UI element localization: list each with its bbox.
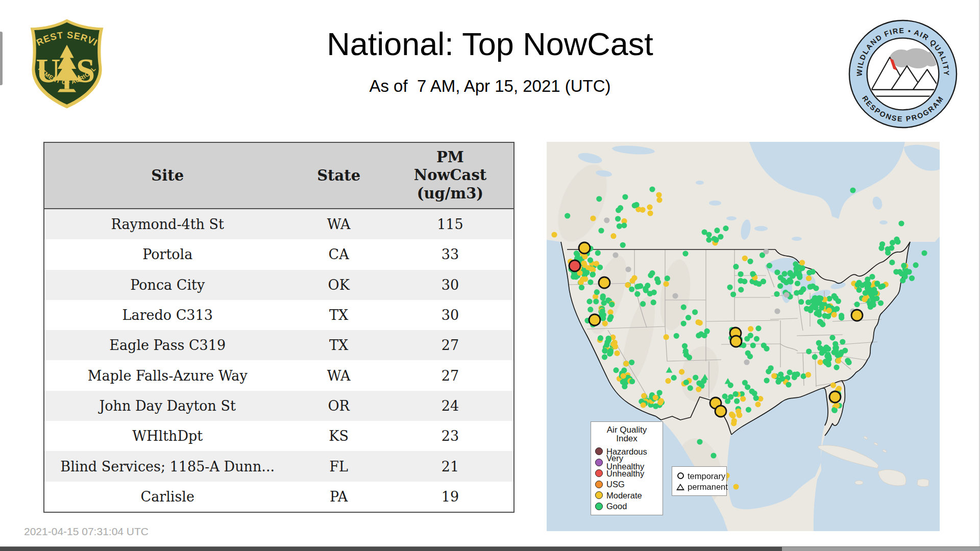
monitor-dot [688, 385, 693, 391]
monitor-dot [874, 281, 880, 286]
monitor-dot [614, 350, 620, 356]
monitor-dot [774, 291, 779, 297]
cell-value: 24 [387, 398, 513, 414]
horizontal-scrollbar[interactable] [0, 546, 980, 551]
monitor-dot [767, 263, 772, 268]
cell-state: TX [290, 307, 386, 323]
monitor-dot [682, 251, 688, 256]
monitor-dot [885, 250, 891, 256]
monitor-dot [608, 350, 614, 356]
horizontal-scrollbar-thumb[interactable] [0, 547, 782, 551]
monitor-dot [657, 390, 663, 395]
cell-state: CA [290, 246, 386, 262]
monitor-dot [615, 216, 621, 221]
monitor-dot [612, 344, 618, 349]
monitor-dot [681, 305, 687, 310]
monitor-dot [834, 365, 839, 370]
monitor-dot [753, 395, 759, 401]
cell-value: 21 [387, 459, 513, 474]
monitor-dot [648, 272, 653, 278]
monitor-dot [738, 287, 744, 292]
monitor-dot [581, 260, 586, 266]
monitor-dot [625, 266, 631, 272]
cell-value: 30 [387, 307, 513, 323]
monitor-dot [697, 439, 702, 444]
monitor-dot [834, 306, 840, 312]
monitor-dot [831, 293, 837, 299]
marker-legend-label: temporary [688, 472, 725, 481]
monitor-dot [685, 315, 691, 320]
monitor-dot [634, 291, 640, 297]
cell-site: Eagle Pass C319 [44, 337, 290, 353]
monitor-dot [596, 196, 602, 202]
monitor-dot [602, 354, 607, 360]
monitor-dot [731, 418, 737, 423]
monitor-dot [733, 484, 739, 489]
monitor-dot [823, 359, 828, 364]
monitor-dot [818, 360, 823, 365]
monitor-dot [797, 274, 802, 280]
monitor-dot [582, 254, 587, 259]
monitor-dot [643, 288, 649, 293]
monitor-dot [901, 263, 906, 268]
monitor-dot [612, 252, 618, 258]
monitor-dot [754, 336, 760, 342]
monitor-dot [889, 245, 894, 251]
monitor-dot [710, 453, 716, 458]
cell-site: Portola [44, 246, 290, 262]
monitor-dot [878, 245, 884, 251]
aqi-legend: Air Quality Index HazardousVery Unhealth… [591, 421, 663, 515]
monitor-dot [897, 269, 902, 274]
monitor-dot [672, 293, 678, 298]
monitor-dot [766, 369, 771, 374]
monitor-dot [651, 299, 656, 305]
monitor-dot [869, 274, 875, 280]
monitor-dot [800, 287, 806, 292]
monitor-dot [903, 268, 909, 274]
highlighted-site-marker [569, 260, 580, 271]
monitor-dot [840, 339, 845, 344]
monitor-dot [587, 307, 593, 312]
monitor-dot [898, 220, 904, 226]
aqi-map: Air Quality Index HazardousVery Unhealth… [547, 142, 940, 531]
monitor-dot [771, 373, 777, 379]
monitor-dot [551, 232, 557, 237]
monitor-dot [602, 321, 608, 327]
highlighted-site-marker [599, 277, 610, 288]
aqi-color-swatch [595, 469, 603, 477]
monitor-dot [733, 264, 739, 269]
monitor-dot [621, 367, 627, 373]
cell-value: 23 [387, 428, 513, 444]
monitor-dot [598, 228, 604, 233]
usfs-logo: FOREST SERVICE U S DEPARTMENT OF AGRICUL… [28, 18, 106, 109]
monitor-dot [799, 260, 805, 265]
monitor-dot [836, 298, 841, 304]
column-header-site: Site [44, 167, 290, 184]
monitor-dot [742, 256, 748, 261]
monitor-dot [671, 375, 677, 381]
monitor-dot [600, 295, 605, 301]
monitor-dot [738, 278, 743, 284]
monitor-dot [889, 260, 895, 265]
monitor-dot [745, 384, 750, 390]
marker-legend-item: temporary [676, 470, 722, 482]
monitor-dot [640, 301, 646, 307]
highlighted-site-marker [715, 406, 726, 417]
monitor-dot [727, 285, 733, 290]
cell-value: 33 [387, 246, 513, 262]
aqi-legend-label: USG [606, 480, 625, 489]
usfs-shield-icon: FOREST SERVICE U S DEPARTMENT OF AGRICUL… [28, 18, 106, 109]
monitor-dot [590, 215, 596, 221]
monitor-dot [750, 271, 755, 277]
monitor-dot [817, 319, 823, 324]
monitor-dot [580, 277, 585, 282]
highlighted-site-marker [730, 336, 742, 347]
monitor-dot [664, 334, 669, 340]
monitor-dot [682, 343, 688, 349]
monitor-dot [565, 213, 570, 218]
cell-site: Laredo C313 [44, 307, 290, 323]
monitor-dot [695, 319, 701, 325]
monitor-dot [683, 380, 689, 385]
monitor-dot [755, 402, 761, 407]
monitor-dot [813, 285, 819, 291]
